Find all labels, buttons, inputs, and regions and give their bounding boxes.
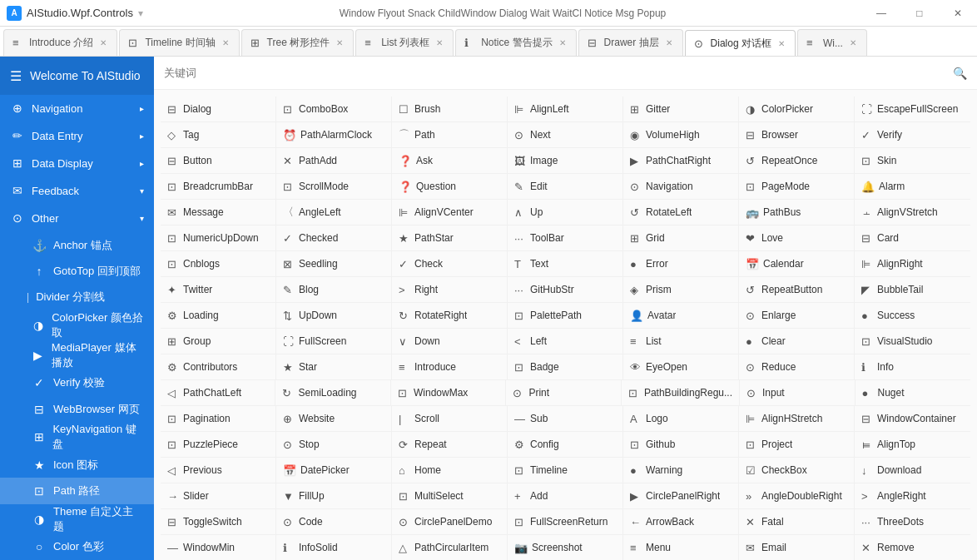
icon-cell-next[interactable]: ⊙Next <box>508 122 623 147</box>
icon-cell-nuget[interactable]: ●Nuget <box>855 380 971 405</box>
icon-cell-updown[interactable]: ⇅UpDown <box>276 303 392 328</box>
icon-cell-prism[interactable]: ◈Prism <box>623 277 739 302</box>
icon-cell-repeatonce[interactable]: ↺RepeatOnce <box>739 148 855 173</box>
icon-cell-checked[interactable]: ✓Checked <box>276 225 392 250</box>
icon-cell-project[interactable]: ⊡Project <box>739 432 855 457</box>
icon-cell-combobox[interactable]: ⊡ComboBox <box>276 97 392 121</box>
icon-cell-volumehigh[interactable]: ◉VolumeHigh <box>623 122 739 147</box>
sidebar-item-colorpicker[interactable]: ◑ ColorPicker 颜色拾取 <box>0 310 154 340</box>
icon-cell-enlarge[interactable]: ⊙Enlarge <box>739 303 855 328</box>
icon-cell-pathstar[interactable]: ★PathStar <box>392 225 508 250</box>
icon-cell-home[interactable]: ⌂Home <box>392 458 508 483</box>
icon-cell-reduce[interactable]: ⊙Reduce <box>739 354 855 379</box>
icon-cell-alignvstretch[interactable]: ⫠AlignVStretch <box>855 200 970 225</box>
icon-cell-right[interactable]: >Right <box>392 277 508 302</box>
icon-cell-colorpicker[interactable]: ◑ColorPicker <box>739 97 855 121</box>
icon-cell-warning[interactable]: ●Warning <box>623 458 739 483</box>
search-input[interactable] <box>164 67 946 79</box>
icon-cell-infosolid[interactable]: ℹInfoSolid <box>276 535 392 560</box>
icon-cell-githubstr[interactable]: ···GitHubStr <box>508 277 623 302</box>
icon-cell-screenshot[interactable]: 📷Screenshot <box>508 535 623 560</box>
icon-cell-github[interactable]: ⊡Github <box>623 432 739 457</box>
icon-cell-config[interactable]: ⚙Config <box>508 432 623 457</box>
icon-cell-brush[interactable]: ☐Brush <box>392 97 508 121</box>
icon-cell-clear[interactable]: ●Clear <box>739 329 855 354</box>
sidebar-item-anchor[interactable]: ⚓ Anchor 锚点 <box>0 232 154 258</box>
sidebar-item-feedback[interactable]: ✉ Feedback ▾ <box>0 177 154 205</box>
icon-cell-image[interactable]: 🖼Image <box>508 148 623 173</box>
icon-cell-scrollmode[interactable]: ⊡ScrollMode <box>276 174 392 199</box>
icon-cell-grid[interactable]: ⊞Grid <box>623 225 739 250</box>
icon-cell-pathbus[interactable]: 🚌PathBus <box>739 200 855 225</box>
icon-cell-print[interactable]: ⊙Print <box>506 380 621 405</box>
icon-cell-ask[interactable]: ❓Ask <box>392 148 508 173</box>
icon-cell-palettepath[interactable]: ⊡PalettePath <box>508 303 623 328</box>
sidebar-item-gototop[interactable]: ↑ GotoTop 回到顶部 <box>0 258 154 284</box>
icon-cell-browser[interactable]: ⊟Browser <box>739 122 855 147</box>
icon-cell-cnblogs[interactable]: ⊡Cnblogs <box>161 251 276 276</box>
minimize-button[interactable]: — <box>862 0 900 27</box>
icon-cell-puzzlepiece[interactable]: ⊡PuzzlePiece <box>161 432 276 457</box>
icon-cell-pathcircularitem[interactable]: △PathCircularItem <box>392 535 508 560</box>
tab-notice-close[interactable]: ✕ <box>558 37 568 48</box>
maximize-button[interactable]: □ <box>900 0 939 27</box>
icon-cell-angleright[interactable]: >AngleRight <box>855 483 970 508</box>
icon-cell-windowcontainer[interactable]: ⊟WindowContainer <box>855 406 970 431</box>
icon-cell-circlepanelright[interactable]: ▶CirclePanelRight <box>623 483 739 508</box>
icon-cell-alignleft[interactable]: ⊫AlignLeft <box>508 97 623 121</box>
icon-cell-navigation[interactable]: ⊙Navigation <box>623 174 739 199</box>
sidebar-item-navigation[interactable]: ⊕ Navigation ▸ <box>0 95 154 122</box>
icon-cell-semiloading[interactable]: ↻SemiLoading <box>275 380 390 405</box>
icon-cell-code[interactable]: ⊙Code <box>276 509 392 534</box>
icon-cell-fillup[interactable]: ▼FillUp <box>276 483 392 508</box>
icon-cell-threedots[interactable]: ···ThreeDots <box>855 509 970 534</box>
icon-cell-toolbar[interactable]: ···ToolBar <box>508 225 623 250</box>
icon-cell-pathadd[interactable]: ✕PathAdd <box>276 148 392 173</box>
icon-cell-aligntop[interactable]: ⫢AlignTop <box>855 432 970 457</box>
icon-cell-input[interactable]: ⊙Input <box>740 380 855 405</box>
icon-cell-twitter[interactable]: ✦Twitter <box>161 277 276 302</box>
tab-introduce-close[interactable]: ✕ <box>98 37 108 48</box>
icon-cell-text[interactable]: TText <box>508 251 623 276</box>
sidebar-item-theme[interactable]: ◑ Theme 自定义主题 <box>0 504 154 534</box>
sidebar-item-divider[interactable]: | Divider 分割线 <box>0 284 154 310</box>
icon-cell-stop[interactable]: ⊙Stop <box>276 432 392 457</box>
icon-cell-timeline[interactable]: ⊡Timeline <box>508 458 623 483</box>
icon-cell-bubbletail[interactable]: ◤BubbleTail <box>855 277 970 302</box>
icon-cell-group[interactable]: ⊞Group <box>161 329 276 354</box>
icon-cell-alignhstretch[interactable]: ⊫AlignHStretch <box>739 406 855 431</box>
icon-cell-check[interactable]: ✓Check <box>392 251 508 276</box>
tab-tree[interactable]: ⊞ Tree 树形控件 ✕ <box>241 29 355 56</box>
icon-cell-error[interactable]: ●Error <box>623 251 739 276</box>
icon-cell-remove[interactable]: ✕Remove <box>855 535 970 560</box>
icon-cell-checkbox[interactable]: ☑CheckBox <box>739 458 855 483</box>
icon-cell-datepicker[interactable]: 📅DatePicker <box>276 458 392 483</box>
icon-cell-loading[interactable]: ⚙Loading <box>161 303 276 328</box>
icon-cell-blog[interactable]: ✎Blog <box>276 277 392 302</box>
icon-cell-angleleft[interactable]: 〈AngleLeft <box>276 200 392 225</box>
icon-cell-pagination[interactable]: ⊡Pagination <box>161 406 276 431</box>
icon-cell-windowmin[interactable]: —WindowMin <box>161 535 276 560</box>
icon-cell-multiselect[interactable]: ⊡MultiSelect <box>392 483 508 508</box>
icon-cell-edit[interactable]: ✎Edit <box>508 174 623 199</box>
icon-cell-calendar[interactable]: 📅Calendar <box>739 251 855 276</box>
icon-cell-menu[interactable]: ≡Menu <box>623 535 739 560</box>
icon-cell-question[interactable]: ❓Question <box>392 174 508 199</box>
icon-cell-eyeopen[interactable]: 👁EyeOpen <box>623 354 739 379</box>
icon-cell-slider[interactable]: →Slider <box>161 483 276 508</box>
icon-cell-skin[interactable]: ⊡Skin <box>855 148 970 173</box>
sidebar-header[interactable]: ☰ Welcome To AIStudio <box>0 57 154 95</box>
icon-cell-list[interactable]: ≡List <box>623 329 739 354</box>
icon-cell-windowmax[interactable]: ⊡WindowMax <box>391 380 506 405</box>
icon-cell-star[interactable]: ★Star <box>276 354 392 379</box>
icon-cell-fatal[interactable]: ✕Fatal <box>739 509 855 534</box>
icon-cell-success[interactable]: ●Success <box>855 303 970 328</box>
sidebar-item-keynavigation[interactable]: ⊞ KeyNavigation 键盘 <box>0 422 154 452</box>
sidebar-item-data-display[interactable]: ⊞ Data Display ▸ <box>0 150 154 177</box>
icon-cell-repeatbutton[interactable]: ↺RepeatButton <box>739 277 855 302</box>
sidebar-item-data-entry[interactable]: ✏ Data Entry ▸ <box>0 122 154 150</box>
tab-timeline[interactable]: ⊡ Timeline 时间轴 ✕ <box>119 29 239 56</box>
icon-cell-alignvcenter[interactable]: ⊫AlignVCenter <box>392 200 508 225</box>
icon-cell-pathchatright[interactable]: ▶PathChatRight <box>623 148 739 173</box>
sidebar-item-other[interactable]: ⊙ Other ▾ <box>0 205 154 232</box>
